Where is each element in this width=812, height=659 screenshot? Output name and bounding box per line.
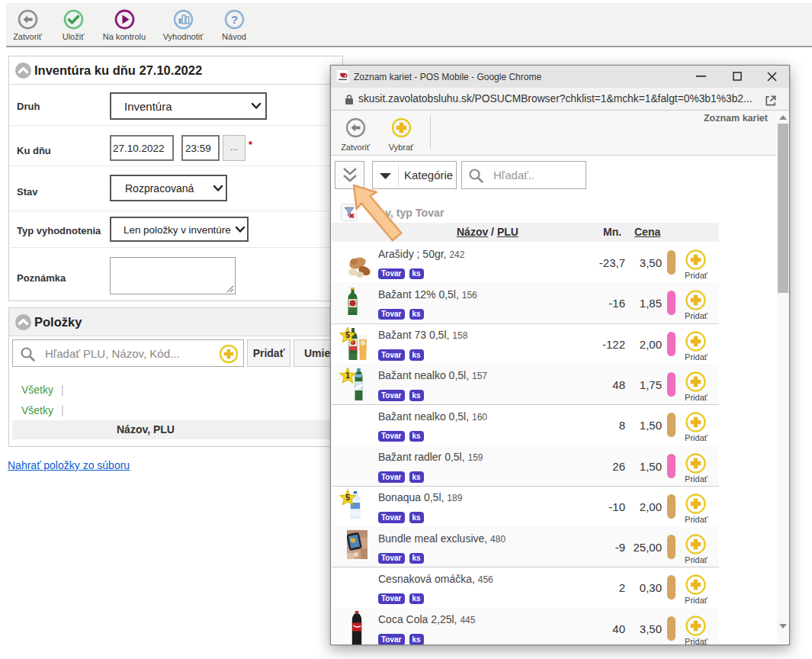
svg-text:5: 5 [345,331,350,339]
svg-text:1: 1 [345,371,350,380]
svg-text:?: ? [230,13,237,26]
svg-text:5: 5 [345,493,350,502]
